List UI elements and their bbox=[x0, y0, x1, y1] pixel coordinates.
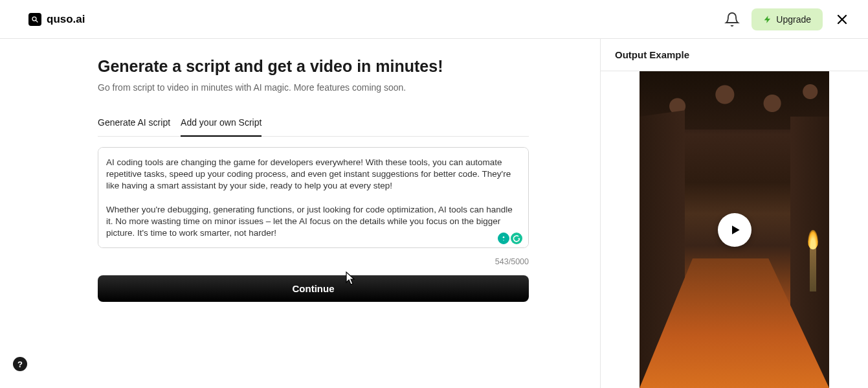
help-button[interactable]: ? bbox=[13, 357, 27, 371]
svg-line-1 bbox=[36, 20, 38, 22]
notifications-button[interactable] bbox=[724, 12, 740, 27]
script-textarea[interactable] bbox=[98, 147, 529, 248]
tab-generate-ai-script[interactable]: Generate AI script bbox=[98, 117, 170, 137]
play-icon bbox=[729, 223, 742, 236]
logo[interactable]: quso.ai bbox=[28, 13, 85, 26]
upgrade-label: Upgrade bbox=[776, 14, 811, 25]
main-panel: Generate a script and get a video in min… bbox=[0, 39, 600, 388]
char-count: 543/5000 bbox=[98, 257, 529, 266]
close-icon bbox=[834, 12, 850, 27]
page-subtitle: Go from script to video in minutes with … bbox=[98, 82, 561, 93]
output-example-panel: Output Example bbox=[600, 39, 868, 388]
logo-text: quso.ai bbox=[47, 13, 85, 26]
continue-button[interactable]: Continue bbox=[98, 275, 529, 302]
tab-add-your-own-script[interactable]: Add your own Script bbox=[181, 117, 262, 137]
tabs: Generate AI script Add your own Script bbox=[98, 117, 529, 137]
grammarly-badge-icon[interactable] bbox=[511, 233, 522, 244]
video-preview-wrap bbox=[601, 71, 868, 388]
svg-point-5 bbox=[503, 240, 504, 240]
output-example-heading: Output Example bbox=[601, 39, 868, 71]
assist-badge-icon[interactable] bbox=[498, 233, 509, 244]
bell-icon bbox=[724, 12, 740, 27]
play-button[interactable] bbox=[718, 213, 751, 247]
app-header: quso.ai Upgrade bbox=[0, 0, 868, 39]
close-button[interactable] bbox=[834, 12, 850, 27]
page-title: Generate a script and get a video in min… bbox=[98, 57, 561, 76]
logo-mark-icon bbox=[28, 13, 41, 26]
video-thumbnail[interactable] bbox=[640, 71, 829, 388]
bolt-icon bbox=[763, 15, 772, 24]
header-actions: Upgrade bbox=[724, 8, 850, 30]
editor-badges bbox=[498, 233, 522, 244]
svg-point-4 bbox=[503, 236, 505, 238]
upgrade-button[interactable]: Upgrade bbox=[751, 8, 823, 30]
